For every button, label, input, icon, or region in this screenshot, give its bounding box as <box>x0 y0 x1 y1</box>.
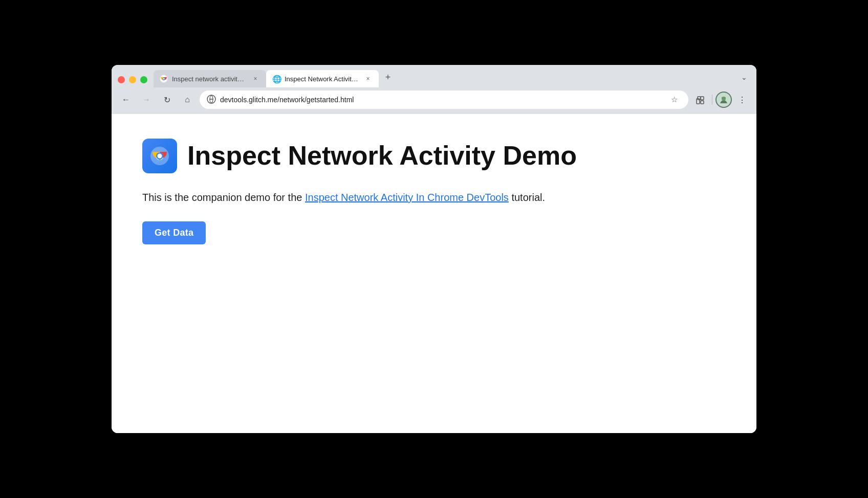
refresh-button[interactable]: ↻ <box>159 92 175 108</box>
page-header: Inspect Network Activity Demo <box>142 139 726 173</box>
page-description: This is the companion demo for the Inspe… <box>142 190 726 205</box>
tab-inspect-network-active[interactable]: 🌐 Inspect Network Activity Dem × <box>266 70 379 87</box>
svg-rect-8 <box>698 97 701 100</box>
address-security-icon <box>207 95 216 105</box>
tab-inspect-network-inactive[interactable]: Inspect network activity | Ch × <box>154 70 266 87</box>
address-bar-row: ← → ↻ ⌂ devtools.glitch.me/network/getst… <box>112 87 756 114</box>
toolbar-right: ⋮ <box>692 92 750 108</box>
back-button[interactable]: ← <box>118 92 134 108</box>
svg-point-14 <box>158 154 162 159</box>
maximize-button[interactable] <box>140 76 147 83</box>
browser-chrome: Inspect network activity | Ch × 🌐 Inspec… <box>112 65 756 114</box>
chrome-icon <box>160 75 168 83</box>
page-content: Inspect Network Activity Demo This is th… <box>112 114 756 433</box>
svg-rect-10 <box>701 101 704 104</box>
svg-rect-9 <box>701 97 704 100</box>
svg-point-3 <box>163 78 165 80</box>
tab1-title: Inspect network activity | Ch <box>172 75 247 83</box>
page-logo <box>142 139 177 173</box>
forward-button[interactable]: → <box>138 92 155 108</box>
devtools-link[interactable]: Inspect Network Activity In Chrome DevTo… <box>305 192 509 203</box>
window-controls <box>116 76 154 87</box>
description-suffix: tutorial. <box>509 192 545 203</box>
toolbar-divider <box>712 95 712 105</box>
minimize-button[interactable] <box>129 76 136 83</box>
new-tab-button[interactable]: + <box>381 70 395 84</box>
globe-icon: 🌐 <box>272 75 280 83</box>
extensions-button[interactable] <box>692 92 709 108</box>
close-button[interactable] <box>118 76 125 83</box>
profile-button[interactable] <box>715 92 732 108</box>
tab-menu-button[interactable]: ⌄ <box>736 69 752 85</box>
tab2-close-button[interactable]: × <box>363 74 373 83</box>
browser-window: Inspect network activity | Ch × 🌐 Inspec… <box>112 65 756 433</box>
page-title: Inspect Network Activity Demo <box>187 141 577 170</box>
bookmark-button[interactable]: ☆ <box>667 93 681 107</box>
tab-bar: Inspect network activity | Ch × 🌐 Inspec… <box>112 65 756 87</box>
url-display: devtools.glitch.me/network/getstarted.ht… <box>220 96 663 104</box>
address-bar-actions: ☆ <box>667 93 681 107</box>
tab1-close-button[interactable]: × <box>251 74 260 83</box>
tab2-title: Inspect Network Activity Dem <box>285 75 359 83</box>
description-prefix: This is the companion demo for the <box>142 192 305 203</box>
address-bar[interactable]: devtools.glitch.me/network/getstarted.ht… <box>200 90 688 109</box>
chrome-menu-button[interactable]: ⋮ <box>734 92 750 108</box>
get-data-button[interactable]: Get Data <box>142 221 206 244</box>
home-button[interactable]: ⌂ <box>179 92 196 108</box>
